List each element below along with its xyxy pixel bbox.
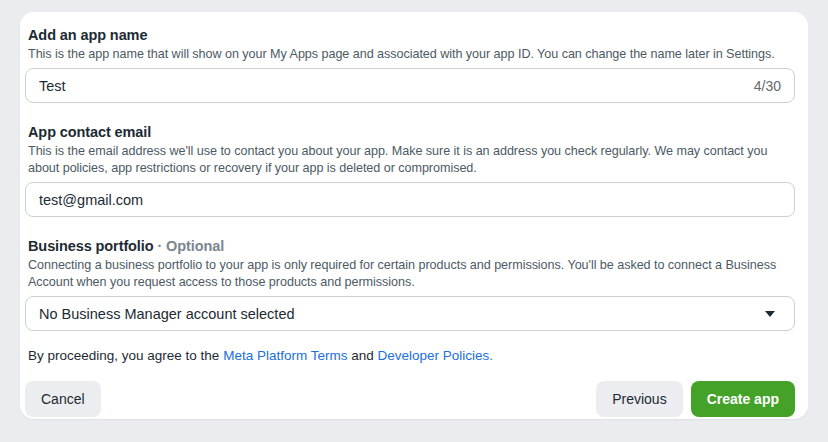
business-portfolio-label-text: Business portfolio	[28, 238, 154, 254]
developer-policies-link[interactable]: Developer Policies.	[377, 348, 493, 363]
terms-notice: By proceeding, you agree to the Meta Pla…	[28, 347, 795, 365]
app-name-field-wrapper: 4/30	[25, 68, 795, 103]
app-name-label: Add an app name	[28, 26, 795, 44]
create-app-button[interactable]: Create app	[691, 381, 795, 417]
business-portfolio-selected-value: No Business Manager account selected	[39, 306, 295, 322]
contact-email-label: App contact email	[28, 123, 795, 141]
app-name-input[interactable]	[39, 78, 744, 94]
app-name-description: This is the app name that will show on y…	[28, 46, 787, 63]
dialog-actions: Cancel Previous Create app	[25, 381, 795, 417]
contact-email-input[interactable]	[39, 192, 781, 208]
contact-email-field-wrapper	[25, 182, 795, 217]
character-counter: 4/30	[754, 78, 781, 94]
caret-down-icon	[765, 311, 775, 317]
cancel-button[interactable]: Cancel	[25, 381, 101, 417]
previous-button[interactable]: Previous	[596, 381, 682, 417]
meta-platform-terms-link[interactable]: Meta Platform Terms	[223, 348, 347, 363]
create-app-dialog: Add an app name This is the app name tha…	[20, 12, 808, 419]
business-portfolio-select[interactable]: No Business Manager account selected	[25, 296, 795, 331]
optional-tag: Optional	[166, 238, 224, 254]
business-portfolio-description: Connecting a business portfolio to your …	[28, 257, 787, 291]
label-separator: ·	[157, 238, 162, 254]
terms-prefix: By proceeding, you agree to the	[28, 348, 223, 363]
terms-conjunction: and	[347, 348, 377, 363]
contact-email-description: This is the email address we'll use to c…	[28, 143, 787, 177]
business-portfolio-label: Business portfolio · Optional	[28, 237, 795, 255]
